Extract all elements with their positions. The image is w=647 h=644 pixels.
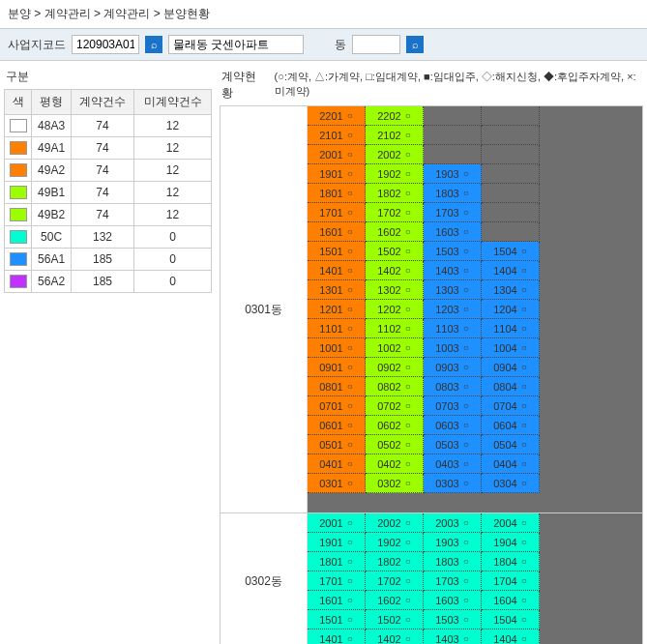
unit-cell[interactable]: 1401○: [308, 629, 366, 644]
unit-cell[interactable]: 0703○: [424, 396, 482, 416]
unit-cell[interactable]: 2003○: [424, 513, 482, 533]
unit-cell[interactable]: 2004○: [482, 513, 540, 533]
unit-cell[interactable]: 2001○: [308, 513, 366, 533]
unit-cell[interactable]: 1901○: [308, 533, 366, 552]
unit-cell[interactable]: 0602○: [366, 416, 424, 435]
unit-cell[interactable]: 1903○: [424, 533, 482, 552]
unit-cell[interactable]: 0403○: [424, 454, 482, 474]
unit-cell[interactable]: 1903○: [424, 164, 482, 184]
unit-cell[interactable]: 1501○: [308, 242, 366, 261]
unit-cell[interactable]: 1204○: [482, 300, 540, 319]
unit-cell[interactable]: 1102○: [366, 319, 424, 338]
unit-cell[interactable]: 0302○: [366, 474, 424, 493]
unit-cell[interactable]: 1603○: [424, 591, 482, 610]
unit-cell[interactable]: 1801○: [308, 552, 366, 571]
unit-cell[interactable]: 1802○: [366, 552, 424, 571]
unit-cell[interactable]: 1002○: [366, 338, 424, 358]
unit-cell[interactable]: 0603○: [424, 416, 482, 435]
unit-cell[interactable]: 1802○: [366, 184, 424, 203]
unit-cell[interactable]: 0802○: [366, 377, 424, 396]
class-row[interactable]: 56A11850: [5, 249, 212, 271]
unit-cell[interactable]: 0902○: [366, 358, 424, 377]
unit-cell[interactable]: 1004○: [482, 338, 540, 358]
unit-cell[interactable]: 1901○: [308, 164, 366, 184]
unit-cell[interactable]: 1702○: [366, 571, 424, 591]
unit-cell[interactable]: 1601○: [308, 591, 366, 610]
unit-cell[interactable]: 1604○: [482, 591, 540, 610]
unit-cell[interactable]: 1402○: [366, 261, 424, 280]
unit-cell[interactable]: 1703○: [424, 571, 482, 591]
unit-cell[interactable]: 1701○: [308, 203, 366, 222]
unit-cell[interactable]: 1501○: [308, 610, 366, 629]
unit-cell[interactable]: 1601○: [308, 222, 366, 242]
unit-cell[interactable]: 0402○: [366, 454, 424, 474]
unit-cell[interactable]: 1803○: [424, 552, 482, 571]
unit-cell[interactable]: 2102○: [366, 126, 424, 145]
unit-cell[interactable]: 1401○: [308, 261, 366, 280]
unit-cell[interactable]: 2201○: [308, 106, 366, 126]
class-row[interactable]: 48A37412: [5, 115, 212, 137]
unit-cell[interactable]: 1101○: [308, 319, 366, 338]
class-row[interactable]: 49A17412: [5, 137, 212, 160]
unit-cell[interactable]: 0901○: [308, 358, 366, 377]
unit-cell[interactable]: 1503○: [424, 610, 482, 629]
class-row[interactable]: 49A27412: [5, 160, 212, 182]
unit-cell[interactable]: 1602○: [366, 591, 424, 610]
unit-cell[interactable]: 2002○: [366, 513, 424, 533]
unit-cell[interactable]: 0804○: [482, 377, 540, 396]
class-row[interactable]: 56A21850: [5, 271, 212, 293]
unit-cell[interactable]: 0504○: [482, 435, 540, 454]
unit-cell[interactable]: 1203○: [424, 300, 482, 319]
unit-cell[interactable]: 0501○: [308, 435, 366, 454]
unit-cell[interactable]: 0701○: [308, 396, 366, 416]
unit-cell[interactable]: 1804○: [482, 552, 540, 571]
unit-cell[interactable]: 0903○: [424, 358, 482, 377]
unit-cell[interactable]: 1403○: [424, 261, 482, 280]
unit-cell[interactable]: 0304○: [482, 474, 540, 493]
unit-cell[interactable]: 0604○: [482, 416, 540, 435]
unit-cell[interactable]: 2002○: [366, 145, 424, 164]
unit-cell[interactable]: 1504○: [482, 610, 540, 629]
unit-cell[interactable]: 1403○: [424, 629, 482, 644]
unit-cell[interactable]: 1902○: [366, 533, 424, 552]
unit-cell[interactable]: 2001○: [308, 145, 366, 164]
unit-cell[interactable]: 1402○: [366, 629, 424, 644]
unit-cell[interactable]: 1503○: [424, 242, 482, 261]
business-code-input[interactable]: [72, 35, 139, 54]
unit-cell[interactable]: 1603○: [424, 222, 482, 242]
unit-cell[interactable]: 0502○: [366, 435, 424, 454]
unit-cell[interactable]: 0801○: [308, 377, 366, 396]
unit-cell[interactable]: 0702○: [366, 396, 424, 416]
unit-cell[interactable]: 1502○: [366, 242, 424, 261]
unit-cell[interactable]: 1303○: [424, 280, 482, 300]
unit-cell[interactable]: 1302○: [366, 280, 424, 300]
unit-cell[interactable]: 1104○: [482, 319, 540, 338]
class-row[interactable]: 49B17412: [5, 182, 212, 204]
unit-cell[interactable]: 0404○: [482, 454, 540, 474]
unit-cell[interactable]: 2202○: [366, 106, 424, 126]
unit-cell[interactable]: 0601○: [308, 416, 366, 435]
unit-cell[interactable]: 0401○: [308, 454, 366, 474]
class-row[interactable]: 50C1320: [5, 226, 212, 249]
unit-cell[interactable]: 0704○: [482, 396, 540, 416]
unit-cell[interactable]: 0503○: [424, 435, 482, 454]
unit-cell[interactable]: 1704○: [482, 571, 540, 591]
unit-cell[interactable]: 1502○: [366, 610, 424, 629]
unit-cell[interactable]: 1702○: [366, 203, 424, 222]
unit-cell[interactable]: 1003○: [424, 338, 482, 358]
unit-cell[interactable]: 1803○: [424, 184, 482, 203]
search-dong-button[interactable]: ⌕: [406, 36, 424, 53]
unit-cell[interactable]: 2101○: [308, 126, 366, 145]
unit-cell[interactable]: 1404○: [482, 261, 540, 280]
unit-cell[interactable]: 1504○: [482, 242, 540, 261]
unit-cell[interactable]: 0303○: [424, 474, 482, 493]
unit-cell[interactable]: 1103○: [424, 319, 482, 338]
unit-grid[interactable]: 0301동2201○2202○2101○2102○2001○2002○1901○…: [220, 105, 643, 644]
unit-cell[interactable]: 1301○: [308, 280, 366, 300]
business-name-input[interactable]: [168, 35, 304, 54]
unit-cell[interactable]: 1902○: [366, 164, 424, 184]
unit-cell[interactable]: 1201○: [308, 300, 366, 319]
unit-cell[interactable]: 1404○: [482, 629, 540, 644]
unit-cell[interactable]: 1801○: [308, 184, 366, 203]
unit-cell[interactable]: 1602○: [366, 222, 424, 242]
